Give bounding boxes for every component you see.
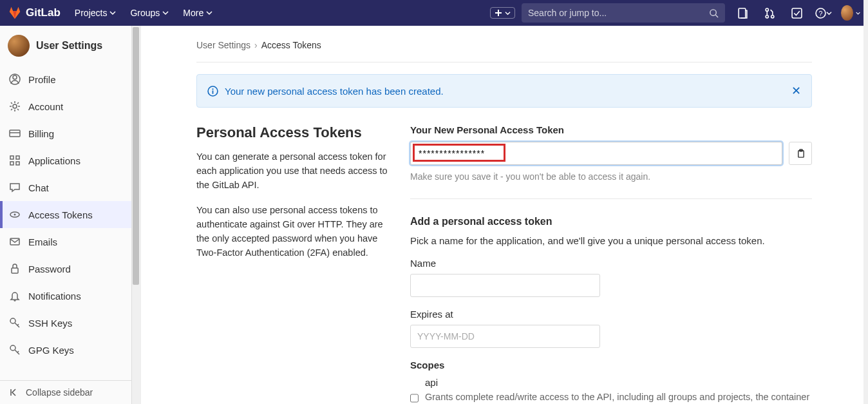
scope-api: api Grants complete read/write access to… [410, 377, 812, 404]
sidebar-item-label: Notifications [28, 291, 81, 302]
search-input[interactable] [528, 8, 709, 18]
svg-rect-12 [10, 156, 14, 159]
sidebar-item-profile[interactable]: Profile [0, 66, 131, 93]
svg-rect-14 [10, 162, 14, 165]
avatar [841, 5, 853, 21]
sidebar-item-access-tokens[interactable]: Access Tokens [0, 201, 131, 228]
sidebar-item-label: Emails [28, 236, 57, 247]
sidebar-item-password[interactable]: Password [0, 255, 131, 282]
sidebar-item-ssh-keys[interactable]: SSH Keys [0, 309, 131, 336]
collapse-icon [9, 387, 19, 398]
issues-button[interactable] [733, 3, 752, 23]
clipboard-icon [796, 149, 806, 159]
svg-text:?: ? [819, 9, 823, 17]
svg-point-8 [13, 75, 17, 79]
expires-input[interactable] [410, 325, 600, 348]
breadcrumb: User Settings › Access Tokens [196, 40, 812, 50]
svg-point-10 [13, 104, 17, 108]
svg-rect-18 [10, 238, 19, 245]
sidebar-item-emails[interactable]: Emails [0, 228, 131, 255]
chevron-right-icon: › [254, 40, 258, 50]
chevron-down-icon [109, 10, 116, 16]
name-input[interactable] [410, 274, 600, 297]
svg-rect-19 [12, 268, 18, 273]
add-token-heading: Add a personal access token [410, 216, 812, 227]
user-circle-icon [9, 73, 21, 85]
help-button[interactable]: ? [814, 3, 833, 23]
scope-api-checkbox[interactable] [410, 379, 419, 404]
sidebar-item-applications[interactable]: Applications [0, 147, 131, 174]
nav-projects[interactable]: Projects [70, 4, 122, 22]
merge-icon [764, 8, 775, 19]
breadcrumb-root[interactable]: User Settings [196, 40, 250, 50]
sidebar-item-label: Chat [28, 182, 49, 193]
scopes-label: Scopes [410, 360, 812, 370]
description-column: Personal Access Tokens You can generate … [196, 124, 392, 404]
search-box[interactable] [522, 3, 725, 23]
breadcrumb-current: Access Tokens [261, 40, 321, 50]
token-field-wrapper [410, 142, 782, 165]
brand-text: GitLab [26, 6, 61, 19]
sidebar-item-gpg-keys[interactable]: GPG Keys [0, 336, 131, 363]
sidebar-scrollbar[interactable] [131, 26, 140, 404]
topbar-nav: Projects Groups More [70, 4, 218, 22]
sidebar-header[interactable]: User Settings [0, 26, 140, 66]
topbar: GitLab Projects Groups More ? [0, 0, 868, 26]
bell-icon [9, 290, 21, 302]
user-menu[interactable] [841, 3, 860, 23]
search-icon [709, 8, 719, 18]
success-banner: Your new personal access token has been … [196, 74, 812, 108]
sidebar: User Settings ProfileAccountBillingAppli… [0, 26, 141, 404]
chevron-down-icon [826, 10, 832, 16]
sidebar-item-label: Access Tokens [28, 209, 93, 220]
nav-groups[interactable]: Groups [125, 4, 174, 22]
issues-icon [737, 8, 748, 19]
info-icon [207, 86, 218, 97]
new-token-label: Your New Personal Access Token [410, 124, 812, 135]
add-token-desc: Pick a name for the application, and we'… [410, 235, 812, 246]
sidebar-item-chat[interactable]: Chat [0, 174, 131, 201]
form-column: Your New Personal Access Token Make sure… [410, 124, 812, 404]
nav-more[interactable]: More [178, 4, 218, 22]
sidebar-item-label: Profile [28, 74, 56, 85]
sidebar-item-label: GPG Keys [28, 345, 74, 356]
brand-logo[interactable]: GitLab [8, 6, 61, 20]
plus-dropdown[interactable] [490, 7, 515, 19]
copy-token-button[interactable] [789, 142, 812, 165]
chevron-down-icon [162, 10, 169, 16]
new-token-input[interactable] [410, 142, 782, 165]
name-label: Name [410, 258, 812, 269]
apps-icon [9, 155, 21, 166]
merge-requests-button[interactable] [760, 3, 779, 23]
mail-icon [9, 236, 21, 247]
scope-api-desc: Grants complete read/write access to the… [425, 390, 812, 404]
chevron-down-icon [856, 10, 860, 16]
svg-rect-1 [739, 8, 746, 18]
chat-icon [9, 182, 21, 193]
browser-scrollbar[interactable] [863, 0, 868, 404]
collapse-sidebar[interactable]: Collapse sidebar [0, 380, 140, 404]
description-1: You can generate a personal access token… [196, 150, 392, 192]
scope-api-name: api [425, 377, 812, 388]
banner-text: Your new personal access token has been … [225, 86, 444, 97]
svg-rect-24 [212, 90, 214, 93]
description-2: You can also use personal access tokens … [196, 204, 392, 260]
chevron-down-icon [206, 10, 212, 16]
sidebar-item-notifications[interactable]: Notifications [0, 282, 131, 309]
sidebar-item-label: Billing [28, 128, 54, 139]
help-icon: ? [815, 8, 826, 19]
svg-rect-11 [10, 130, 20, 137]
sidebar-item-label: SSH Keys [28, 318, 72, 329]
todos-button[interactable] [787, 3, 806, 23]
sidebar-item-account[interactable]: Account [0, 93, 131, 120]
svg-point-21 [10, 345, 15, 351]
svg-point-0 [710, 9, 716, 15]
close-banner[interactable]: ✕ [791, 84, 801, 98]
svg-point-2 [766, 8, 768, 11]
divider [410, 198, 812, 199]
divider [196, 62, 812, 63]
sidebar-item-billing[interactable]: Billing [0, 120, 131, 147]
token-icon [9, 209, 21, 220]
gitlab-icon [8, 6, 22, 20]
sidebar-item-label: Password [28, 264, 71, 274]
